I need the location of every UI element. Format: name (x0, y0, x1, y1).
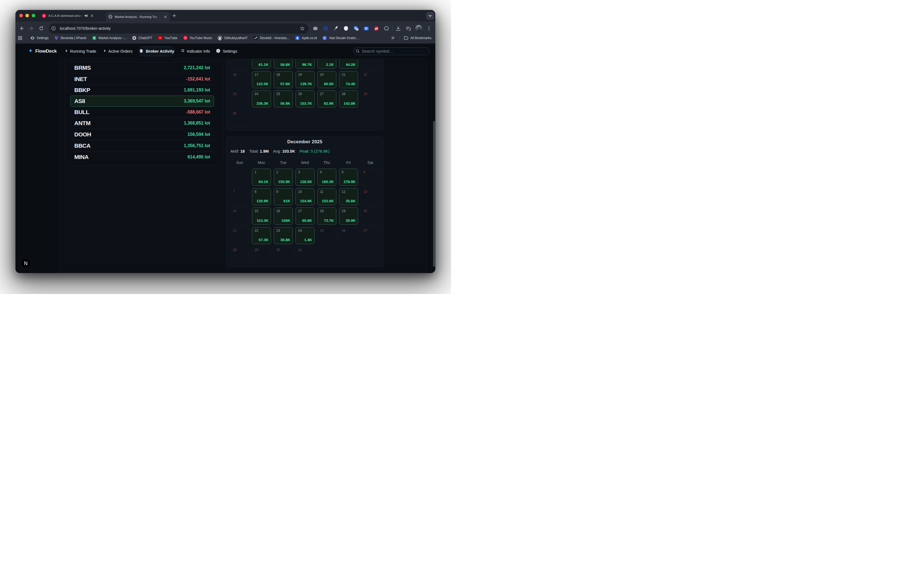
calendar-day-16[interactable]: 16156K (274, 208, 293, 225)
zoom-window-button[interactable] (32, 14, 35, 17)
calendar-day-18[interactable]: 1857.8K (274, 71, 293, 88)
calendar-day-11[interactable]: 11153.6K (317, 188, 337, 205)
calendar-day-23[interactable]: 2336.8K (274, 227, 293, 244)
broker-row[interactable]: BBCA1,356,751 lot (70, 140, 214, 152)
calendar-day-17[interactable]: 17122.5K (252, 71, 271, 88)
calendar-day-19[interactable]: 1930.9K (339, 208, 359, 225)
calendar-day-2[interactable]: 2155.9K (274, 169, 293, 186)
bookmark-item[interactable]: Github/yudha47 (218, 36, 247, 40)
calendar-day-14[interactable]: 1444.2K (339, 59, 359, 69)
calendar-day-25[interactable]: 2556.9K (274, 91, 293, 108)
url-text: localhost:7070/broker-activity (60, 26, 299, 31)
calendar-day-18[interactable]: 1873.7K (317, 208, 337, 225)
new-tab-button[interactable] (171, 13, 177, 19)
calendar-day-19[interactable]: 19139.7K (296, 71, 315, 88)
calendar-day-24[interactable]: 24236.3K (252, 91, 271, 108)
calendar-day-9[interactable]: 961K (274, 188, 293, 205)
broker-row[interactable]: BULL-588,667 lot (70, 106, 214, 118)
bookmark-item[interactable]: Beranda | hPanel (54, 36, 86, 40)
reload-button[interactable] (38, 22, 45, 35)
calendar-day-22[interactable]: 2257.3K (252, 227, 271, 244)
profile-avatar[interactable] (413, 22, 424, 35)
camera-extension[interactable] (310, 22, 320, 35)
adblock-extension[interactable]: AD (371, 22, 382, 35)
tab-market-analysis[interactable]: Market Analysis - Running Tra (106, 12, 170, 22)
tab-youtube-music[interactable]: A.C.A.B skinhead selaman (40, 10, 101, 22)
nav-item-indicator-info[interactable]: Indicator Info (181, 49, 210, 53)
calendar-day-4[interactable]: 4160.3K (317, 169, 337, 186)
broker-row-selected[interactable]: ASII3,369,547 lot (70, 95, 214, 106)
puzzle-extension[interactable] (382, 22, 392, 35)
media-controls-button[interactable] (403, 22, 413, 35)
calendar-day-10[interactable]: 10154.9K (296, 188, 315, 205)
bookmark-item[interactable]: YouTube (158, 36, 177, 40)
bookmark-item[interactable]: Stockbit - Investas... (253, 36, 290, 40)
calendar-day-8[interactable]: 8120.9K (252, 188, 271, 205)
site-info-icon[interactable] (50, 25, 57, 32)
search-input[interactable] (362, 49, 417, 53)
calendar-day-11[interactable]: 1158.8K (274, 59, 293, 69)
nav-item-running-trade[interactable]: Running Trade (65, 49, 96, 53)
back-button[interactable] (18, 22, 26, 35)
calendar-day-15[interactable]: 15113.3K (252, 208, 271, 225)
broker-row[interactable]: BBKP1,691,193 lot (70, 85, 214, 96)
address-bar[interactable]: localhost:7070/broker-activity (49, 23, 308, 34)
tab-close-icon[interactable] (90, 14, 94, 18)
broker-row[interactable]: ANTM1,368,851 lot (70, 118, 214, 129)
all-bookmarks-button[interactable]: All Bookmarks (404, 36, 431, 40)
calendar-day-12[interactable]: 1235.6K (339, 188, 359, 205)
tab-close-icon[interactable] (163, 15, 168, 19)
overflow-chevrons-icon[interactable] (391, 36, 395, 40)
apps-grid-icon[interactable] (18, 36, 22, 40)
day-value: 35.6K (346, 199, 355, 203)
calendar-blank (361, 110, 380, 127)
calendar-day-10[interactable]: 1061.1K (252, 59, 271, 69)
tab-search-button[interactable] (426, 12, 434, 20)
calendar-day-26[interactable]: 26103.7K (296, 91, 315, 108)
bolt-icon (65, 49, 68, 53)
page-scrollbar[interactable] (433, 121, 435, 267)
bookmark-star-icon[interactable] (299, 25, 305, 31)
calendar-day-24[interactable]: 241.4K (296, 227, 315, 244)
nextjs-dev-badge[interactable]: N (21, 258, 31, 268)
symbol-search[interactable] (353, 47, 430, 55)
calendar-day-1[interactable]: 184.1K (252, 169, 271, 186)
calendar-day-26: 26 (339, 227, 359, 244)
lens-extension[interactable] (320, 22, 330, 35)
bookmark-item[interactable]: CAlat Desain Gratis:... (323, 36, 359, 40)
braces-extension[interactable]: {..} (341, 22, 351, 35)
nav-item-active-orders[interactable]: Active Orders (103, 49, 133, 53)
bookmark-item[interactable]: YouTube Music (183, 36, 212, 40)
minimize-window-button[interactable] (25, 14, 29, 17)
nav-item-broker-activity[interactable]: Broker Activity (139, 47, 174, 56)
calendar-day-12[interactable]: 1298.7K (296, 59, 315, 69)
calendar-day-17[interactable]: 1760.8K (296, 208, 315, 225)
screen-extension[interactable] (361, 22, 371, 35)
calendar-day-13[interactable]: 132.1K (317, 59, 337, 69)
broker-row[interactable]: DOOH156,594 lot (70, 129, 214, 140)
forward-button[interactable] (28, 22, 35, 35)
calendar-day-28[interactable]: 28142.8K (339, 91, 359, 108)
calendar-day-5[interactable]: 5278.9K (339, 169, 359, 186)
bookmark-item[interactable]: Ajaib.co.id (295, 36, 317, 40)
bookmark-item[interactable]: Market Analysis -... (92, 36, 126, 40)
menu-button[interactable] (424, 22, 434, 35)
close-window-button[interactable] (19, 14, 23, 17)
tab-audio-icon[interactable] (84, 14, 88, 18)
bookmark-label: Github/yudha47 (224, 36, 247, 40)
calendar-day-27[interactable]: 2762.9K (317, 91, 337, 108)
bookmark-item[interactable]: ChatGPT (132, 36, 152, 40)
bookmark-item[interactable]: Settings (30, 36, 49, 40)
pen-extension[interactable] (330, 22, 341, 35)
nav-item-settings[interactable]: Settings (216, 48, 237, 54)
day-value: 113.3K (257, 219, 268, 223)
brand[interactable]: FlowDeck (28, 48, 57, 54)
calendar-day-3[interactable]: 3128.5K (296, 169, 315, 186)
calendar-day-20[interactable]: 2060.5K (317, 71, 337, 88)
broker-row[interactable]: MINA614,495 lot (70, 152, 214, 163)
broker-row[interactable]: BRMS2,721,242 lot (70, 62, 214, 74)
downloads-button[interactable] (393, 22, 403, 35)
translate-extension[interactable]: G文 (351, 22, 361, 35)
broker-row[interactable]: INET-152,641 lot (70, 74, 214, 85)
calendar-day-21[interactable]: 2174.4K (339, 71, 359, 88)
